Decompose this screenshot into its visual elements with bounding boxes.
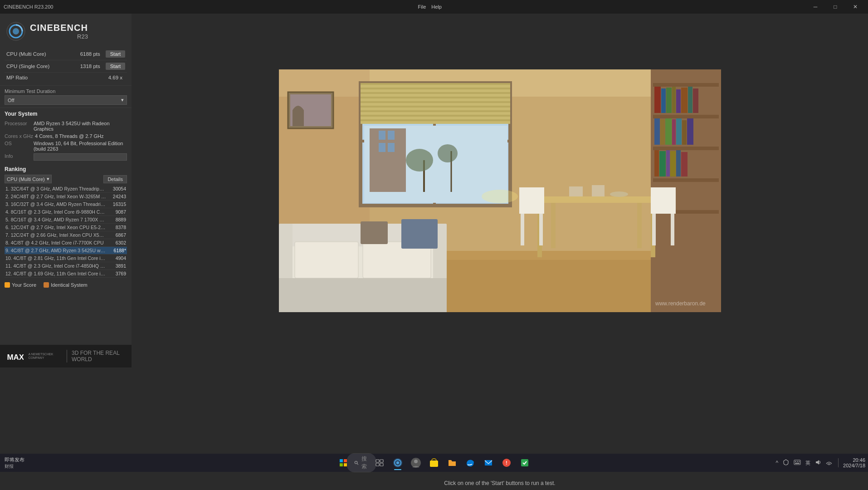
status-text: Click on one of the 'Start' buttons to r…: [444, 480, 555, 486]
ranking-list-item: 9. 4C/8T @ 2.7 GHz, AMD Ryzen 3 5425U wi…: [5, 247, 127, 255]
svg-rect-72: [519, 187, 544, 210]
taskbar-clock[interactable]: 20:46 2024/7/18: [843, 457, 865, 468]
svg-rect-32: [659, 151, 666, 176]
tray-lang[interactable]: 英: [804, 459, 812, 467]
min-test-label: Minimum Test Duration: [5, 88, 127, 94]
taskbar-app-edge[interactable]: [462, 455, 478, 471]
min-test-dropdown[interactable]: Off ▾: [5, 95, 127, 105]
taskbar-date: 2024/7/18: [843, 463, 865, 468]
render-preview: www.renderbaron.de: [279, 69, 721, 312]
cores-row: Cores x GHz 4 Cores, 8 Threads @ 2.7 GHz: [5, 132, 127, 140]
svg-rect-33: [666, 150, 670, 176]
svg-rect-26: [665, 118, 672, 145]
os-label: OS: [5, 141, 32, 152]
multi-core-start-button[interactable]: Start: [106, 50, 125, 58]
ranking-list: 1. 32C/64T @ 3 GHz, AMD Ryzen Threadripp…: [5, 185, 127, 278]
tray-network[interactable]: [824, 458, 834, 468]
svg-rect-17: [661, 88, 666, 113]
svg-rect-73: [651, 210, 676, 214]
svg-rect-68: [637, 203, 642, 248]
svg-rect-16: [654, 87, 661, 113]
min-test-section: Minimum Test Duration Off ▾: [0, 85, 132, 108]
tray-expand[interactable]: ^: [774, 459, 780, 467]
ranking-list-item: 4. 8C/16T @ 2.3 GHz, Intel Core i9-9880H…: [5, 208, 127, 216]
svg-rect-28: [676, 118, 682, 145]
maximize-button[interactable]: □: [826, 0, 844, 14]
maxon-sub1: A NEMETSCHEK COMPANY: [28, 353, 53, 359]
single-core-start-button[interactable]: Start: [106, 63, 125, 70]
mp-ratio-row: MP Ratio 4.69 x: [5, 73, 127, 83]
tray-security[interactable]: [781, 458, 790, 468]
logo-area: CINEBENCH R23: [0, 18, 132, 46]
ranking-list-item: 3. 16C/32T @ 3.4 GHz, AMD Ryzen Threadri…: [5, 201, 127, 208]
svg-rect-19: [672, 87, 676, 113]
os-row: OS Windows 10, 64 Bit, Professional Edit…: [5, 140, 127, 152]
maxon-sub-text: A NEMETSCHEK COMPANY: [28, 353, 60, 360]
svg-rect-69: [519, 210, 544, 214]
minimize-button[interactable]: ─: [806, 0, 824, 14]
svg-text:www.renderbaron.de: www.renderbaron.de: [655, 300, 706, 307]
taskbar-app-avatar[interactable]: [408, 455, 424, 471]
menu-file[interactable]: File: [418, 4, 426, 10]
ranking-title: Ranking: [5, 166, 127, 172]
processor-label: Processor: [5, 121, 32, 132]
single-core-value: 1318 pts: [80, 64, 100, 69]
svg-rect-50: [361, 119, 510, 121]
svg-point-105: [414, 460, 418, 463]
processor-value: AMD Ryzen 3 5425U with Radeon Graphics: [34, 121, 127, 132]
menu-help[interactable]: Help: [431, 4, 442, 10]
svg-rect-35: [676, 150, 681, 176]
search-icon: [354, 460, 359, 466]
taskbar-app-mail[interactable]: [480, 455, 497, 471]
svg-point-60: [438, 144, 458, 162]
tray-keyboard[interactable]: [792, 459, 802, 467]
svg-rect-70: [521, 214, 524, 245]
svg-point-2: [13, 28, 19, 34]
svg-rect-22: [688, 87, 692, 113]
mp-ratio-label: MP Ratio: [6, 75, 28, 80]
mp-ratio-value: 4.69 x: [108, 75, 122, 80]
multi-core-label: CPU (Multi Core): [6, 51, 46, 57]
app-title: CINEBENCH R23.200: [4, 4, 53, 10]
svg-rect-88: [279, 278, 447, 312]
taskbar-app-extra1[interactable]: !: [498, 455, 515, 471]
svg-rect-75: [671, 214, 674, 245]
taskbar-app-store[interactable]: [426, 455, 442, 471]
details-button[interactable]: Details: [103, 175, 127, 183]
ranking-type-dropdown[interactable]: CPU (Multi Core) ▾: [5, 175, 52, 183]
chevron-down-icon: ▾: [121, 97, 124, 103]
ranking-type-value: CPU (Multi Core): [7, 176, 45, 182]
svg-point-95: [355, 461, 357, 464]
svg-rect-34: [670, 151, 676, 176]
tray-volume[interactable]: [814, 458, 823, 468]
taskbar-taskview-button[interactable]: [371, 455, 388, 471]
system-section: Your System Processor AMD Ryzen 3 5425U …: [0, 108, 132, 164]
svg-rect-25: [660, 119, 665, 145]
multi-core-value: 6188 pts: [80, 51, 100, 57]
svg-rect-53: [379, 131, 385, 140]
info-input[interactable]: [34, 153, 127, 161]
svg-rect-110: [521, 459, 528, 466]
svg-rect-86: [401, 219, 438, 249]
ranking-list-item: 2. 24C/48T @ 2.7 GHz, Intel Xeon W-3265M…: [5, 193, 127, 201]
svg-rect-11: [653, 83, 719, 87]
scores-section: CPU (Multi Core) 6188 pts Start CPU (Sin…: [0, 46, 132, 84]
svg-rect-113: [797, 461, 798, 462]
taskbar-search-button[interactable]: 搜索: [353, 455, 370, 471]
ranking-list-item: 7. 12C/24T @ 2.66 GHz, Intel Xeon CPU X5…: [5, 231, 127, 239]
ranking-list-item: 1. 32C/64T @ 3 GHz, AMD Ryzen Threadripp…: [5, 185, 127, 193]
cinebench-logo-icon: [6, 22, 25, 41]
taskbar-app-cinebench[interactable]: [390, 455, 406, 471]
taskbar-app-extra2[interactable]: [517, 455, 533, 471]
identical-system-label: Identical System: [51, 282, 88, 288]
svg-rect-18: [666, 88, 672, 113]
close-button[interactable]: ✕: [846, 0, 864, 14]
legend-section: Your Score Identical System: [0, 279, 132, 290]
svg-rect-56: [388, 143, 395, 152]
taskbar-app-files[interactable]: [444, 455, 460, 471]
identical-system-legend: Identical System: [44, 282, 88, 288]
your-score-label: Your Score: [12, 282, 36, 288]
chevron-down-icon-2: ▾: [47, 176, 49, 182]
svg-rect-31: [654, 150, 659, 176]
svg-rect-47: [361, 106, 510, 108]
